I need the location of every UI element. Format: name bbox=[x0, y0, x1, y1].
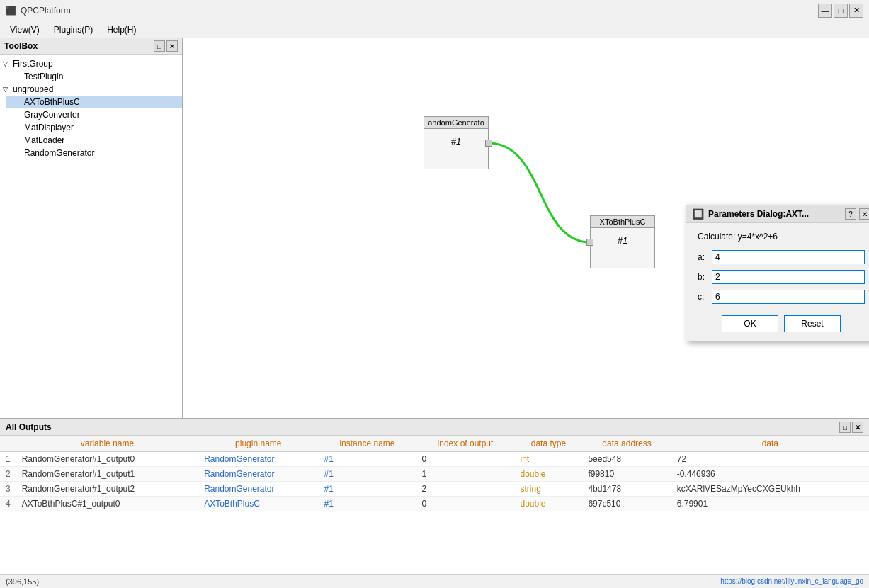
col-header-variable: variable name bbox=[16, 436, 198, 452]
menu-view[interactable]: View(V) bbox=[3, 23, 47, 36]
outputs-table-header: variable name plugin name instance name … bbox=[0, 436, 869, 452]
tree-ungrouped-children: AXToBthPlusC GrayConverter MatDisplayer … bbox=[0, 96, 182, 159]
bottom-panel-buttons: □ ✕ bbox=[839, 422, 863, 433]
tree-group-ungrouped: ▽ ungrouped AXToBthPlusC GrayConverter M… bbox=[0, 83, 182, 159]
col-header-address: data address bbox=[582, 436, 671, 452]
cell-data: kcXARlVESazMpYecCXGEUkhh bbox=[671, 482, 869, 497]
dialog-icon: 🔲 bbox=[692, 208, 704, 220]
cell-variable: AXToBthPlusC#1_output0 bbox=[16, 497, 198, 511]
cell-num: 1 bbox=[0, 452, 16, 467]
toolbox-tree: ▽ FirstGroup TestPlugin ▽ ungrouped AX bbox=[0, 55, 182, 162]
cell-index: 2 bbox=[416, 482, 514, 497]
bottom-panel-close-btn[interactable]: ✕ bbox=[852, 422, 863, 433]
canvas-area[interactable]: andomGenerato #1 XToBthPlusC #1 🔲 Parame… bbox=[183, 38, 869, 418]
main-area: ToolBox □ ✕ ▽ FirstGroup TestPlugin bbox=[0, 38, 869, 418]
status-bar: (396,155) https://blog.csdn.net/lilyunxi… bbox=[0, 574, 869, 588]
menu-plugins[interactable]: Plugins(P) bbox=[47, 23, 100, 36]
dialog-field-c: c: bbox=[698, 290, 865, 304]
tree-arrow-firstgroup: ▽ bbox=[3, 60, 13, 67]
table-row: 2 RandomGenerator#1_output1 RandomGenera… bbox=[0, 467, 869, 482]
dialog-title-text: Parameters Dialog:AXT... bbox=[708, 209, 809, 219]
app-title: QPCPlatform bbox=[21, 6, 71, 16]
bottom-panel-restore-btn[interactable]: □ bbox=[839, 422, 851, 433]
dialog-close-btn[interactable]: ✕ bbox=[859, 208, 869, 220]
dialog-buttons: OK Reset bbox=[698, 315, 865, 332]
col-header-instance: instance name bbox=[318, 436, 416, 452]
menu-help[interactable]: Help(H) bbox=[100, 23, 143, 36]
cell-plugin: RandomGenerator bbox=[198, 452, 318, 467]
node-axtobthplusc-input-port[interactable] bbox=[586, 239, 593, 246]
cell-datatype: double bbox=[514, 497, 582, 511]
dialog-field-a: a: bbox=[698, 250, 865, 264]
parameters-dialog[interactable]: 🔲 Parameters Dialog:AXT... ? ✕ Calculate… bbox=[686, 205, 869, 341]
title-bar-controls[interactable]: — □ ✕ bbox=[818, 4, 863, 18]
dialog-label-b: b: bbox=[698, 272, 712, 282]
cell-instance: #1 bbox=[318, 482, 416, 497]
menu-bar: View(V) Plugins(P) Help(H) bbox=[0, 21, 869, 38]
cell-address: 5eed548 bbox=[582, 452, 671, 467]
col-header-datatype: data type bbox=[514, 436, 582, 452]
cell-instance: #1 bbox=[318, 452, 416, 467]
cell-variable: RandomGenerator#1_output2 bbox=[16, 482, 198, 497]
cell-num: 2 bbox=[0, 467, 16, 482]
node-randomgenerator[interactable]: andomGenerato #1 bbox=[424, 116, 489, 169]
cell-datatype: double bbox=[514, 467, 582, 482]
tree-group-firstgroup: ▽ FirstGroup TestPlugin bbox=[0, 57, 182, 83]
tree-item-testplugin[interactable]: TestPlugin bbox=[6, 70, 182, 83]
cell-instance: #1 bbox=[318, 467, 416, 482]
tree-group-ungrouped-label[interactable]: ▽ ungrouped bbox=[0, 83, 182, 96]
cell-plugin: AXToBthPlusC bbox=[198, 497, 318, 511]
tree-group-ungrouped-name: ungrouped bbox=[13, 84, 53, 94]
node-randomgenerator-label: #1 bbox=[424, 129, 488, 154]
cell-index: 1 bbox=[416, 467, 514, 482]
dialog-reset-button[interactable]: Reset bbox=[784, 315, 841, 332]
maximize-button[interactable]: □ bbox=[834, 4, 848, 18]
table-row: 4 AXToBthPlusC#1_output0 AXToBthPlusC #1… bbox=[0, 497, 869, 511]
table-row: 3 RandomGenerator#1_output2 RandomGenera… bbox=[0, 482, 869, 497]
tree-arrow-ungrouped: ▽ bbox=[3, 86, 13, 93]
toolbox-close-btn[interactable]: ✕ bbox=[166, 40, 178, 52]
node-randomgenerator-output-port[interactable] bbox=[485, 140, 492, 147]
node-axtobthplusc-label: #1 bbox=[591, 228, 654, 253]
cell-variable: RandomGenerator#1_output1 bbox=[16, 467, 198, 482]
tree-item-grayconverter[interactable]: GrayConverter bbox=[6, 108, 182, 121]
bottom-panel-title: All Outputs bbox=[6, 422, 52, 432]
bottom-panel-header: All Outputs □ ✕ bbox=[0, 419, 869, 436]
dialog-label-c: c: bbox=[698, 292, 712, 302]
cell-variable: RandomGenerator#1_output0 bbox=[16, 452, 198, 467]
dialog-input-b[interactable] bbox=[712, 270, 865, 284]
node-axtobthplusc[interactable]: XToBthPlusC #1 bbox=[590, 215, 655, 268]
tree-group-firstgroup-label[interactable]: ▽ FirstGroup bbox=[0, 57, 182, 70]
cell-address: f99810 bbox=[582, 467, 671, 482]
tree-item-matloader[interactable]: MatLoader bbox=[6, 134, 182, 147]
bottom-panel: All Outputs □ ✕ variable name plugin nam… bbox=[0, 418, 869, 574]
toolbox-restore-btn[interactable]: □ bbox=[154, 40, 165, 52]
tree-firstgroup-children: TestPlugin bbox=[0, 70, 182, 83]
dialog-label-a: a: bbox=[698, 252, 712, 262]
toolbox: ToolBox □ ✕ ▽ FirstGroup TestPlugin bbox=[0, 38, 183, 418]
dialog-formula: Calculate: y=4*x^2+6 bbox=[698, 232, 865, 242]
outputs-table-container: variable name plugin name instance name … bbox=[0, 436, 869, 574]
status-url: https://blog.csdn.net/lilyunxin_c_langua… bbox=[720, 577, 863, 585]
minimize-button[interactable]: — bbox=[818, 4, 832, 18]
dialog-field-b: b: bbox=[698, 270, 865, 284]
col-header-data: data bbox=[671, 436, 869, 452]
cell-index: 0 bbox=[416, 497, 514, 511]
tree-item-axtobthplusc[interactable]: AXToBthPlusC bbox=[6, 96, 182, 108]
title-bar-left: ⬛ QPCPlatform bbox=[6, 6, 71, 16]
tree-item-randomgenerator[interactable]: RandomGenerator bbox=[6, 147, 182, 159]
col-header-index: index of output bbox=[416, 436, 514, 452]
cell-data: -0.446936 bbox=[671, 467, 869, 482]
table-row: 1 RandomGenerator#1_output0 RandomGenera… bbox=[0, 452, 869, 467]
tree-group-firstgroup-name: FirstGroup bbox=[13, 59, 53, 69]
dialog-input-a[interactable] bbox=[712, 250, 865, 264]
dialog-ok-button[interactable]: OK bbox=[722, 315, 778, 332]
dialog-help-btn[interactable]: ? bbox=[845, 208, 856, 220]
title-bar: ⬛ QPCPlatform — □ ✕ bbox=[0, 0, 869, 21]
col-header-num bbox=[0, 436, 16, 452]
cell-data: 6.79901 bbox=[671, 497, 869, 511]
node-randomgenerator-title: andomGenerato bbox=[424, 117, 488, 129]
tree-item-matdisplayer[interactable]: MatDisplayer bbox=[6, 121, 182, 134]
dialog-input-c[interactable] bbox=[712, 290, 865, 304]
close-button[interactable]: ✕ bbox=[849, 4, 863, 18]
